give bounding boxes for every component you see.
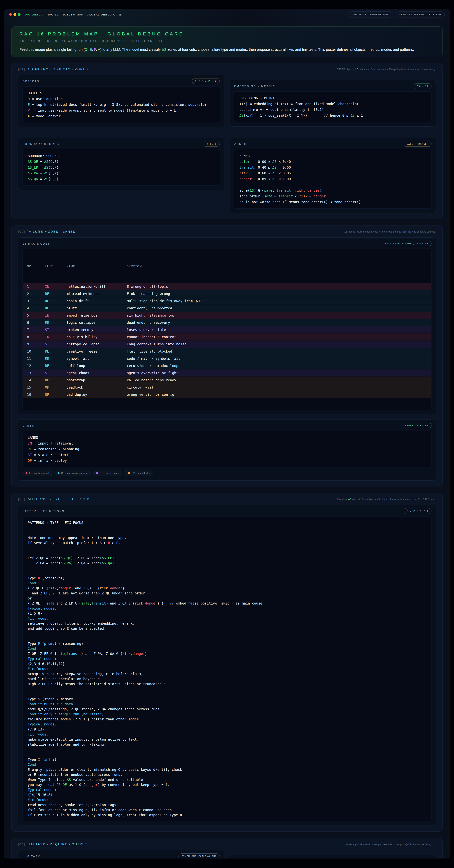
pattern-definitions-badge: R / P / S / I xyxy=(403,508,431,514)
boundary-code-block: BOUNDARY SCORESΔS_QE = ΔS(Q,E)ΔS_EP = ΔS… xyxy=(23,149,220,186)
section-geometry-title: [01]GEOMETRY · OBJECTS · ZONES xyxy=(18,67,88,71)
titlebar-badges: IMAGE-AS-DEBUG PROMPT SEMANTIC FIREWALL … xyxy=(350,11,445,18)
table-row: 5INembed false possim high, relevance lo… xyxy=(23,312,431,319)
lane-dot-icon xyxy=(26,472,28,474)
app-window: RAG-DEBUG · RAG 16 PROBLEM MAP · GLOBAL … xyxy=(4,9,450,859)
semantic-firewall-badge: SEMANTIC FIREWALL FOR RAG xyxy=(396,11,445,18)
lane-dot-icon xyxy=(58,472,60,474)
lanes-label: LANES xyxy=(23,424,35,427)
table-row: 3REchain driftmulti-step plan drifts awa… xyxy=(23,297,431,305)
modes-table-badge: NO / LANE / NAME / SYMPTOM xyxy=(382,241,432,246)
table-row: 8INno E visibilitycannot inspect E conte… xyxy=(23,333,431,341)
minimize-button[interactable] xyxy=(13,13,16,16)
section-geometry-note: Q/E/P/A objects, ΔS metric and four boun… xyxy=(336,67,436,71)
table-row: 14OPbootstrapcalled before deps ready xyxy=(23,376,431,384)
close-button[interactable] xyxy=(9,13,12,16)
col-header-name: NAME xyxy=(67,263,127,269)
hero-panel: RAG 16 PROBLEM MAP · GLOBAL DEBUG CARD O… xyxy=(11,27,443,57)
window-controls xyxy=(9,13,21,16)
lane-legend-chip: OP · infra / deploy xyxy=(125,470,154,476)
section-patterns: [03]PATTERNS → TYPE → FIX FOCUS From fou… xyxy=(11,493,443,832)
page-subtitle: ONE FAILING RUN IN · 16 WAYS TO BREAK · … xyxy=(20,40,434,42)
section-failure-modes-title: [02]FAILURE MODES · LANES xyxy=(18,230,75,234)
section-llm-task-note: What any LLM must do when you feed this … xyxy=(346,843,436,846)
table-row: 4REbluffconfident, unsupported xyxy=(23,305,431,312)
section-llm-task-title: [04]LLM TASK · REQUIRED OUTPUT xyxy=(18,843,88,846)
zones-label: ZONES xyxy=(234,142,247,146)
window-title-rest: · RAG 16 PROBLEM MAP · GLOBAL DEBUG CARD xyxy=(43,13,123,16)
panel-lanes: LANES WHERE IT FAILS LANESIN = input / r… xyxy=(18,419,436,480)
lane-legend-chip: ST · state / context xyxy=(93,470,123,476)
section-failure-modes-note: 16 named failure modes across 4 lanes. U… xyxy=(344,230,436,234)
objects-label: OBJECTS xyxy=(23,80,39,83)
window-title: RAG-DEBUG · RAG 16 PROBLEM MAP · GLOBAL … xyxy=(24,13,122,16)
section-geometry: [01]GEOMETRY · OBJECTS · ZONES Q/E/P/A o… xyxy=(11,63,443,219)
lanes-badge: WHERE IT FAILS xyxy=(402,423,431,428)
lane-dot-icon xyxy=(96,472,98,474)
modes-table-body: 1INhallucination/driftE wrong or off-top… xyxy=(23,283,431,398)
lanes-legend: IN · input / retrievalRE · reasoning / p… xyxy=(23,470,431,476)
titlebar: RAG-DEBUG · RAG 16 PROBLEM MAP · GLOBAL … xyxy=(4,9,450,20)
table-row: 6RElogic collapsedead-end, no recovery xyxy=(23,319,431,326)
table-row: 2REmisread evidenceE ok, reasoning wrong xyxy=(23,290,431,297)
embedding-code-block: EMBEDDING + METRICI(X) = embedding of te… xyxy=(234,91,431,122)
section-patterns-title: [03]PATTERNS → TYPE → FIX FOCUS xyxy=(18,497,91,501)
intro-paragraph: Feed this image plus a single failing ru… xyxy=(20,48,434,52)
pattern-definitions-label: PATTERN DEFINITIONS xyxy=(23,509,64,513)
lane-dot-icon xyxy=(128,472,130,474)
modes-table-label: 16 RAG MODES xyxy=(23,242,51,245)
table-header-row: NO LANE NAME SYMPTOM xyxy=(23,260,431,271)
zones-code-block: ZONESsafe: 0.00 ≤ ΔS < 0.40transit: 0.40… xyxy=(234,149,431,209)
table-row: 16OPbad deploywrong version or config xyxy=(23,391,431,398)
table-row: 10REcreative freezeflat, literal, blocke… xyxy=(23,348,431,355)
lane-legend-chip: IN · input / retrieval xyxy=(23,470,52,476)
panel-embedding-metric: EMBEDDING + METRIC ΔS(X,Y) EMBEDDING + M… xyxy=(230,80,436,126)
table-row: 13STagent chaosagents overwrite or fight xyxy=(23,369,431,376)
table-row: 11REsymbol failcode / math / symbols fai… xyxy=(23,355,431,362)
llm-task-label: LLM TASK xyxy=(23,855,40,858)
embedding-label: EMBEDDING + METRIC xyxy=(234,85,275,88)
panel-required-output: REQUIRED OUTPUT MACHINE-READABLE REQUIRE… xyxy=(230,855,436,859)
section-patterns-note: From four ΔS zones to failure type and f… xyxy=(337,497,436,501)
objects-badge: Q / E / P / A xyxy=(192,78,220,84)
boundary-badge: 4 CUTS xyxy=(204,141,220,147)
objects-code-block: OBJECTSQ = user questionE = top-k retrie… xyxy=(23,86,220,123)
section-failure-modes: [02]FAILURE MODES · LANES 16 named failu… xyxy=(11,225,443,487)
image-as-debug-prompt-badge: IMAGE-AS-DEBUG PROMPT xyxy=(350,11,393,18)
panel-zones: ZONES SAFE → DANGER ZONESsafe: 0.00 ≤ ΔS… xyxy=(230,138,436,213)
table-row: 1INhallucination/driftE wrong or off-top… xyxy=(23,283,431,290)
table-row: 12REself-looprecursion or paradox loop xyxy=(23,362,431,369)
panel-llm-task: LLM TASK GIVEN ONE FAILING RUN LLM TASK … xyxy=(18,850,224,859)
pattern-definitions-code-block: PATTERNS → TYPE → FIX FOCUS Note: one mo… xyxy=(23,516,431,821)
page-title: RAG 16 PROBLEM MAP · GLOBAL DEBUG CARD xyxy=(20,31,434,36)
app-name: RAG-DEBUG xyxy=(24,13,43,16)
table-row: 7STbroken memoryloses story / state xyxy=(23,326,431,333)
panel-pattern-definitions: PATTERN DEFINITIONS R / P / S / I PATTER… xyxy=(18,505,436,826)
panel-boundary-scores: BOUNDARY SCORES 4 CUTS BOUNDARY SCORESΔS… xyxy=(18,138,224,190)
col-header-symptom: SYMPTOM xyxy=(127,263,431,269)
zones-badge: SAFE → DANGER xyxy=(403,141,431,147)
panel-objects: OBJECTS Q / E / P / A OBJECTSQ = user qu… xyxy=(18,75,224,127)
lane-legend-chip: RE · reasoning / planning xyxy=(55,470,91,476)
embedding-badge: ΔS(X,Y) xyxy=(414,83,431,89)
table-row: 9STentropy collapselong context turns in… xyxy=(23,341,431,348)
llm-task-badge: GIVEN ONE FAILING RUN xyxy=(179,854,220,859)
col-header-no: NO xyxy=(27,263,45,269)
boundary-label: BOUNDARY SCORES xyxy=(23,142,59,146)
col-header-lane: LANE xyxy=(45,263,67,269)
panel-modes-table: 16 RAG MODES NO / LANE / NAME / SYMPTOM … xyxy=(18,237,436,414)
section-llm-task: [04]LLM TASK · REQUIRED OUTPUT What any … xyxy=(11,838,443,859)
lanes-code-block: LANESIN = input / retrievalRE = reasonin… xyxy=(23,431,431,467)
table-row: 15OPdeadlockcircular wait xyxy=(23,384,431,391)
modes-table: NO LANE NAME SYMPTOM 1INhallucination/dr… xyxy=(23,249,431,410)
maximize-button[interactable] xyxy=(18,13,21,16)
